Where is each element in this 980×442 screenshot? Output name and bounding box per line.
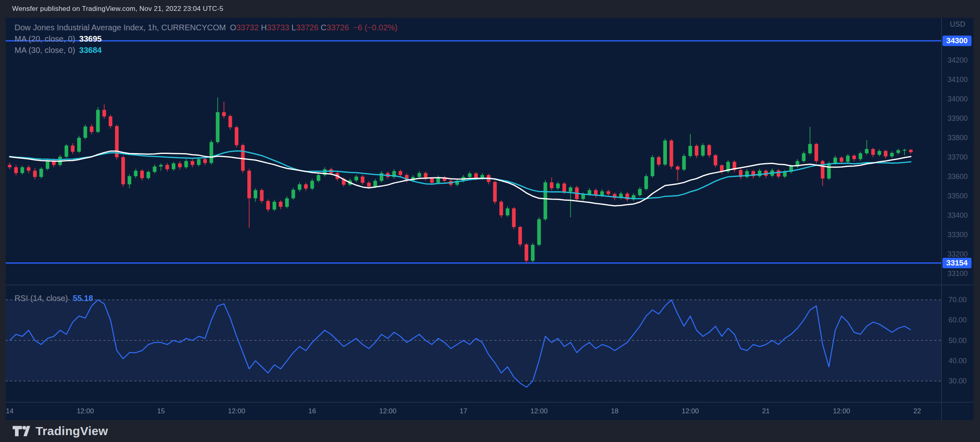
overlay-ma30[interactable] <box>10 151 911 199</box>
tradingview-published-chart: Wensfer published on TradingView.com, No… <box>0 0 980 442</box>
symbol-title: Dow Jones Industrial Average Index, 1h, … <box>15 22 226 33</box>
time-tick: 18 <box>611 407 618 415</box>
ma20-label: MA (20, close, 0) <box>15 34 75 44</box>
price-tick: 33400 <box>942 211 974 220</box>
price-tick: 33500 <box>942 192 974 200</box>
rsi-value: 55.18 <box>73 294 93 303</box>
price-badge: 33154 <box>942 258 972 268</box>
main-legend: Dow Jones Industrial Average Index, 1h, … <box>15 22 397 56</box>
pane-divider-bottom[interactable] <box>6 402 974 402</box>
price-pane[interactable] <box>6 18 941 285</box>
overlay-ma20[interactable] <box>10 151 911 206</box>
rsi-tick: 50.00 <box>942 336 974 345</box>
attribution-bar: Wensfer published on TradingView.com, No… <box>0 0 980 18</box>
time-tick: 12:00 <box>833 407 850 415</box>
ma20-value: 33695 <box>79 34 102 44</box>
change-value: −6 (−0.02%) <box>353 22 397 33</box>
price-tick: 33900 <box>942 114 974 123</box>
price-tick: 33300 <box>942 230 974 239</box>
time-tick: 16 <box>308 407 316 415</box>
rsi-pane[interactable] <box>6 285 941 402</box>
chart-widget[interactable]: Dow Jones Industrial Average Index, 1h, … <box>6 18 974 420</box>
rsi-tick: 60.00 <box>942 316 974 324</box>
ohlc-letter: L <box>292 23 296 32</box>
price-tick: 33600 <box>942 172 974 181</box>
symbol-legend-row[interactable]: Dow Jones Industrial Average Index, 1h, … <box>15 22 397 33</box>
price-tick: 33100 <box>942 269 974 278</box>
time-tick: 12:00 <box>379 407 397 415</box>
time-tick: 15 <box>157 407 165 415</box>
ohlc-values: O33732 H33733 L33726 C33726 <box>230 22 349 33</box>
time-tick: 17 <box>460 407 467 415</box>
price-tick: 33800 <box>942 133 974 142</box>
tradingview-logo[interactable]: TradingView <box>12 424 108 438</box>
price-tick: 34200 <box>942 56 974 65</box>
time-tick: 22 <box>913 407 921 415</box>
candles <box>8 97 913 263</box>
ohlc-letter: H <box>261 23 267 32</box>
attribution-text: Wensfer published on TradingView.com, No… <box>0 5 223 13</box>
price-badge: 34300 <box>942 36 972 46</box>
rsi-legend-row[interactable]: RSI (14, close) 55.18 <box>15 294 93 303</box>
price-tick: 34100 <box>942 75 974 84</box>
time-tick: 12:00 <box>228 407 245 415</box>
pane-divider-top[interactable] <box>6 285 974 285</box>
tradingview-logo-icon <box>12 425 31 437</box>
axis-currency-label: USD <box>942 20 974 29</box>
ohlc-letter: O <box>230 23 236 32</box>
ma30-label: MA (30, close, 0) <box>15 45 75 55</box>
ohlc-value: 33726 <box>296 23 321 32</box>
ohlc-letter: C <box>321 23 326 32</box>
time-tick: 21 <box>762 407 770 415</box>
ohlc-value: 33733 <box>267 23 291 32</box>
rsi-tick: 30.00 <box>942 377 974 385</box>
time-tick: 12:00 <box>77 407 94 415</box>
price-tick: 34000 <box>942 95 974 103</box>
time-tick: 12:00 <box>530 407 548 415</box>
time-axis[interactable]: 1412:001512:001612:001712:001812:002112:… <box>6 402 974 420</box>
rsi-label: RSI (14, close) <box>15 294 68 303</box>
price-axis[interactable]: USD 342003410034000339003380033700336003… <box>942 18 974 420</box>
ma20-legend-row[interactable]: MA (20, close, 0) 33695 <box>15 33 397 44</box>
price-tick: 33700 <box>942 153 974 162</box>
time-tick: 12:00 <box>682 407 699 415</box>
rsi-tick: 40.00 <box>942 356 974 365</box>
ohlc-value: 33726 <box>326 23 349 32</box>
ohlc-value: 33732 <box>236 23 261 32</box>
time-tick: 14 <box>6 407 14 415</box>
footer-bar: TradingView <box>0 420 980 442</box>
ma30-legend-row[interactable]: MA (30, close, 0) 33684 <box>15 44 397 56</box>
ma30-value: 33684 <box>79 45 102 55</box>
rsi-tick: 70.00 <box>942 295 974 304</box>
tradingview-wordmark: TradingView <box>36 424 108 438</box>
price-tick: 33200 <box>942 250 974 259</box>
